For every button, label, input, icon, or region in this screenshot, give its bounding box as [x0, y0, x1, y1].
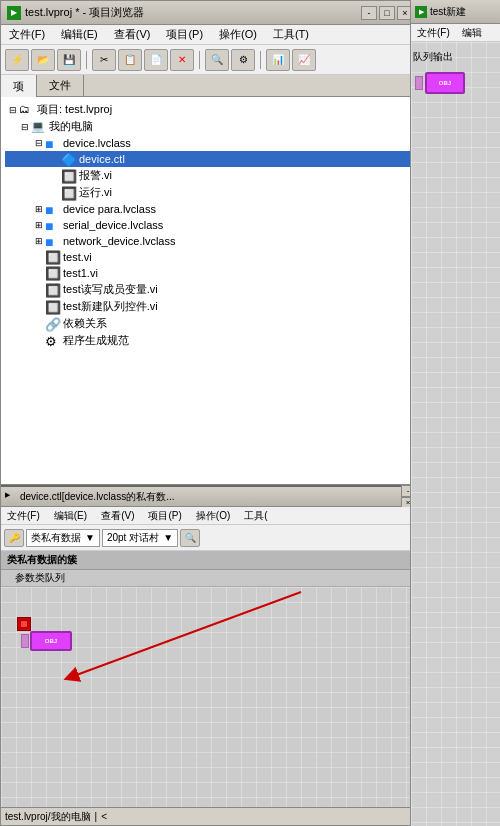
toolbar-btn-paste[interactable]: 📄 — [144, 49, 168, 71]
menu-file[interactable]: 文件(F) — [5, 26, 49, 43]
menu-view[interactable]: 查看(V) — [110, 26, 155, 43]
left-window-title: test.lvproj * - 项目浏览器 — [25, 5, 361, 20]
tree-mycomputer[interactable]: ⊟ 💻 我的电脑 — [5, 118, 415, 135]
menu-edit[interactable]: 编辑(E) — [57, 26, 102, 43]
tree-build-spec-label: 程序生成规范 — [63, 333, 129, 348]
tree-device-class-label: device.lvclass — [63, 137, 131, 149]
right-lv-icon: ▶ — [415, 6, 427, 18]
status-separator: | — [95, 811, 98, 822]
tree-test1-vi-label: test1.vi — [63, 267, 98, 279]
right-menu-edit[interactable]: 编辑 — [458, 25, 486, 41]
toolbar-separator-2 — [199, 51, 200, 69]
tree-build-spec[interactable]: ⚙ 程序生成规范 — [5, 332, 415, 349]
lvclass-icon-2: ■ — [45, 202, 61, 216]
right-canvas[interactable]: 队列输出 OBJ — [411, 42, 500, 826]
sub-menu-view[interactable]: 查看(V) — [97, 508, 138, 524]
tree-root-label: 项目: test.lvproj — [37, 102, 112, 117]
status-scroll[interactable]: < — [101, 811, 107, 822]
right-title-bar: ▶ test新建 — [411, 0, 500, 24]
tree-root[interactable]: ⊟ 🗂 项目: test.lvproj — [5, 101, 415, 118]
tree-alert-vi-label: 报警.vi — [79, 168, 112, 183]
maximize-button[interactable]: □ — [379, 6, 395, 20]
tab-items[interactable]: 项 — [1, 75, 37, 97]
toolbar-btn-copy[interactable]: 📋 — [118, 49, 142, 71]
status-bar: test.lvproj/我的电脑 | < — [1, 807, 419, 825]
right-obj-connector — [415, 76, 423, 90]
toolbar-btn-delete[interactable]: ✕ — [170, 49, 194, 71]
toolbar-btn-6[interactable]: ⚙ — [231, 49, 255, 71]
device-class-expander[interactable]: ⊟ — [33, 138, 45, 148]
tree-mycomputer-label: 我的电脑 — [49, 119, 93, 134]
tree-serial-device[interactable]: ⊞ ■ serial_device.lvclass — [5, 217, 415, 233]
obj-terminal-left — [17, 617, 31, 631]
toolbar-btn-3[interactable]: 💾 — [57, 49, 81, 71]
tab-files[interactable]: 文件 — [37, 75, 84, 96]
left-window: ▶ test.lvproj * - 项目浏览器 - □ × 文件(F) 编辑(E… — [0, 0, 420, 826]
sub-menu-operate[interactable]: 操作(O) — [192, 508, 234, 524]
window-controls: - □ × — [361, 6, 413, 20]
tree-device-ctl-label: device.ctl — [79, 153, 125, 165]
sub-title-bar: ▶ device.ctl[device.lvclass的私有数... - × — [1, 487, 419, 507]
tree-device-ctl[interactable]: 🔷 device.ctl — [5, 151, 415, 167]
tree-test-vi[interactable]: 🔲 test.vi — [5, 249, 415, 265]
toolbar-separator-3 — [260, 51, 261, 69]
toolbar-btn-8[interactable]: 📈 — [292, 49, 316, 71]
tabs-row: 项 文件 — [1, 75, 419, 97]
vi-icon-2: 🔲 — [61, 186, 77, 200]
sub-menu-tools[interactable]: 工具( — [240, 508, 271, 524]
vi-icon-5: 🔲 — [45, 283, 61, 297]
sub-dropdown-size[interactable]: 20pt 对话村 ▼ — [102, 529, 178, 547]
tree-alert-vi[interactable]: 🔲 报警.vi — [5, 167, 415, 184]
tree-test1-vi[interactable]: 🔲 test1.vi — [5, 265, 415, 281]
left-title-bar: ▶ test.lvproj * - 项目浏览器 - □ × — [1, 1, 419, 25]
right-window-title: test新建 — [430, 5, 466, 19]
right-window: ▶ test新建 文件(F) 编辑 队列输出 OBJ — [410, 0, 500, 826]
menu-operate[interactable]: 操作(O) — [215, 26, 261, 43]
sub-window: ▶ device.ctl[device.lvclass的私有数... - × 文… — [1, 485, 419, 825]
tree-network-device-label: network_device.lvclass — [63, 235, 176, 247]
toolbar-btn-cut[interactable]: ✂ — [92, 49, 116, 71]
mycomputer-expander[interactable]: ⊟ — [19, 122, 31, 132]
sub-canvas[interactable]: OBJ — [1, 587, 419, 807]
deps-icon: 🔗 — [45, 317, 61, 331]
serial-device-expander[interactable]: ⊞ — [33, 220, 45, 230]
root-expander[interactable]: ⊟ — [7, 105, 19, 115]
tree-device-para[interactable]: ⊞ ■ device para.lvclass — [5, 201, 415, 217]
left-toolbar: ⚡ 📂 💾 ✂ 📋 📄 ✕ 🔍 ⚙ 📊 📈 — [1, 45, 419, 75]
dropdown-arrow-1: ▼ — [85, 532, 95, 543]
vi-icon-1: 🔲 — [61, 169, 77, 183]
tree-run-vi[interactable]: 🔲 运行.vi — [5, 184, 415, 201]
sub-toolbar-key[interactable]: 🔑 — [4, 529, 24, 547]
right-menu-file[interactable]: 文件(F) — [413, 25, 454, 41]
network-device-expander[interactable]: ⊞ — [33, 236, 45, 246]
ctl-icon: 🔷 — [61, 152, 77, 166]
lvclass-icon-4: ■ — [45, 234, 61, 248]
tree-test-new-vi[interactable]: 🔲 test新建队列控件.vi — [5, 298, 415, 315]
tree-device-class[interactable]: ⊟ ■ device.lvclass — [5, 135, 415, 151]
sub-menu-edit[interactable]: 编辑(E) — [50, 508, 91, 524]
tree-test-read-vi-label: test读写成员变量.vi — [63, 282, 158, 297]
menu-project[interactable]: 项目(P) — [162, 26, 207, 43]
toolbar-btn-5[interactable]: 🔍 — [205, 49, 229, 71]
tree-dependencies[interactable]: 🔗 依赖关系 — [5, 315, 415, 332]
device-para-expander[interactable]: ⊞ — [33, 204, 45, 214]
tree-network-device[interactable]: ⊞ ■ network_device.lvclass — [5, 233, 415, 249]
right-obj-label: OBJ — [439, 80, 451, 86]
minimize-button[interactable]: - — [361, 6, 377, 20]
menu-tools[interactable]: 工具(T) — [269, 26, 313, 43]
sub-menu-project[interactable]: 项目(P) — [144, 508, 185, 524]
tree-test-read-vi[interactable]: 🔲 test读写成员变量.vi — [5, 281, 415, 298]
sub-menu-file[interactable]: 文件(F) — [3, 508, 44, 524]
sub-section-label: 参数类队列 — [1, 570, 419, 587]
tree-serial-device-label: serial_device.lvclass — [63, 219, 163, 231]
dropdown-arrow-2: ▼ — [163, 532, 173, 543]
sub-menu-bar: 文件(F) 编辑(E) 查看(V) 项目(P) 操作(O) 工具( — [1, 507, 419, 525]
toolbar-btn-7[interactable]: 📊 — [266, 49, 290, 71]
sub-toolbar-search[interactable]: 🔍 — [180, 529, 200, 547]
sub-dropdown-class[interactable]: 类私有数据 ▼ — [26, 529, 100, 547]
toolbar-btn-2[interactable]: 📂 — [31, 49, 55, 71]
queue-output-label: 队列输出 — [413, 50, 453, 64]
sub-toolbar: 🔑 类私有数据 ▼ 20pt 对话村 ▼ 🔍 — [1, 525, 419, 551]
project-tree[interactable]: ⊟ 🗂 项目: test.lvproj ⊟ 💻 我的电脑 ⊟ ■ device.… — [1, 97, 419, 485]
toolbar-btn-1[interactable]: ⚡ — [5, 49, 29, 71]
